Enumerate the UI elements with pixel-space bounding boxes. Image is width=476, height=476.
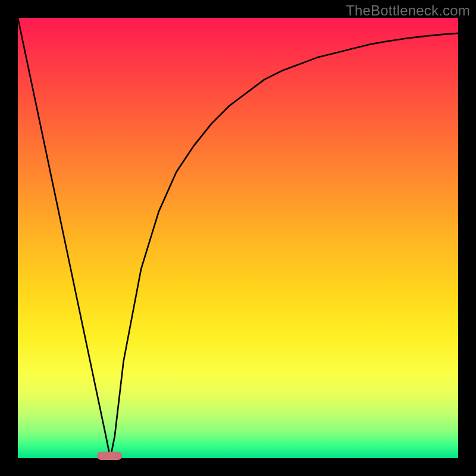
watermark-text: TheBottleneck.com bbox=[346, 2, 470, 19]
chart-frame: TheBottleneck.com bbox=[0, 0, 476, 476]
curve-svg bbox=[18, 18, 458, 458]
min-marker bbox=[97, 452, 122, 460]
plot-area bbox=[18, 18, 458, 458]
bottleneck-curve bbox=[18, 18, 458, 458]
